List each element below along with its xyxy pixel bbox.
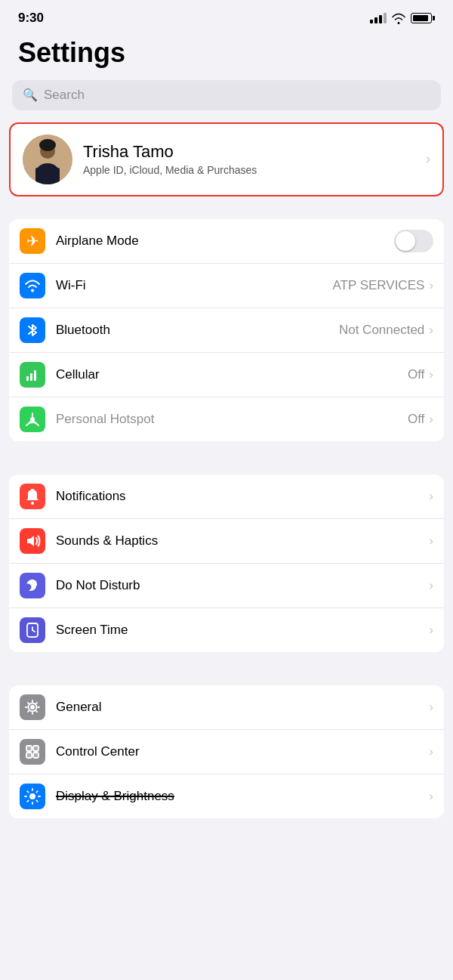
airplane-mode-row[interactable]: ✈ Airplane Mode — [9, 219, 444, 264]
svg-rect-17 — [26, 753, 32, 758]
system-group: General › Control Center › — [9, 685, 444, 818]
profile-name: Trisha Tamo — [83, 142, 415, 162]
notifications-chevron-icon: › — [429, 489, 433, 504]
cellular-label: Cellular — [56, 367, 408, 382]
profile-chevron-icon: › — [426, 151, 430, 167]
display-icon — [20, 784, 45, 809]
sounds-label: Sounds & Haptics — [56, 533, 429, 549]
notifications-icon — [20, 484, 45, 509]
svg-point-4 — [39, 139, 56, 151]
bluetooth-icon — [20, 317, 45, 343]
controlcenter-row[interactable]: Control Center › — [9, 730, 444, 774]
hotspot-icon — [20, 407, 45, 432]
donotdisturb-chevron-icon: › — [429, 578, 433, 593]
connectivity-group: ✈ Airplane Mode Wi-Fi ATP SERVICES › — [9, 219, 444, 441]
bluetooth-label: Bluetooth — [56, 323, 339, 338]
page-title: Settings — [18, 38, 435, 68]
cellular-icon — [20, 362, 45, 388]
screentime-row[interactable]: Screen Time › — [9, 608, 444, 652]
notifications-label: Notifications — [56, 489, 429, 504]
search-bar[interactable]: 🔍 Search — [12, 80, 441, 110]
airplane-mode-icon: ✈ — [20, 228, 45, 254]
bluetooth-value: Not Connected — [339, 323, 424, 338]
battery-icon — [411, 13, 435, 23]
wifi-label: Wi-Fi — [56, 278, 332, 293]
general-icon — [20, 694, 45, 720]
svg-rect-8 — [34, 370, 36, 381]
hotspot-chevron-icon: › — [429, 412, 433, 427]
bluetooth-row[interactable]: Bluetooth Not Connected › — [9, 308, 444, 353]
wifi-chevron-icon: › — [429, 278, 433, 293]
connectivity-section: ✈ Airplane Mode Wi-Fi ATP SERVICES › — [0, 219, 453, 441]
svg-point-5 — [31, 289, 34, 292]
notifications-group: Notifications › Sounds & Haptics › D — [9, 475, 444, 652]
donotdisturb-row[interactable]: Do Not Disturb › — [9, 564, 444, 608]
wifi-row-icon — [20, 273, 45, 298]
general-label: General — [56, 700, 429, 715]
sounds-icon — [20, 528, 45, 554]
general-row[interactable]: General › — [9, 685, 444, 730]
status-bar: 9:30 — [0, 0, 453, 32]
display-chevron-icon: › — [429, 789, 433, 804]
display-label: Display & Brightness — [56, 789, 429, 804]
svg-rect-16 — [33, 746, 39, 751]
svg-rect-3 — [35, 168, 60, 184]
controlcenter-chevron-icon: › — [429, 744, 433, 759]
sounds-chevron-icon: › — [429, 533, 433, 549]
svg-rect-11 — [31, 489, 34, 490]
wifi-value: ATP SERVICES — [332, 278, 424, 293]
hotspot-label: Personal Hotspot — [56, 412, 408, 427]
notifications-row[interactable]: Notifications › — [9, 475, 444, 519]
screentime-label: Screen Time — [56, 623, 429, 638]
profile-subtitle: Apple ID, iCloud, Media & Purchases — [83, 164, 415, 176]
cellular-chevron-icon: › — [429, 367, 433, 382]
bluetooth-chevron-icon: › — [429, 323, 433, 338]
wifi-row[interactable]: Wi-Fi ATP SERVICES › — [9, 264, 444, 308]
svg-rect-18 — [33, 753, 39, 758]
search-container[interactable]: 🔍 Search — [0, 77, 453, 122]
wifi-status-icon — [391, 13, 406, 24]
page-header: Settings — [0, 32, 453, 77]
general-chevron-icon: › — [429, 700, 433, 715]
search-icon: 🔍 — [23, 88, 38, 102]
airplane-mode-label: Airplane Mode — [56, 233, 394, 249]
notifications-section: Notifications › Sounds & Haptics › D — [0, 475, 453, 652]
airplane-mode-toggle[interactable] — [394, 230, 433, 252]
screentime-icon — [20, 617, 45, 643]
controlcenter-label: Control Center — [56, 744, 429, 759]
hotspot-row[interactable]: Personal Hotspot Off › — [9, 397, 444, 441]
svg-rect-7 — [30, 373, 32, 381]
display-row[interactable]: Display & Brightness › — [9, 774, 444, 818]
screentime-chevron-icon: › — [429, 623, 433, 638]
system-section: General › Control Center › — [0, 685, 453, 818]
svg-point-19 — [29, 793, 35, 799]
status-time: 9:30 — [18, 11, 44, 26]
donotdisturb-label: Do Not Disturb — [56, 578, 429, 593]
avatar — [23, 134, 72, 184]
svg-point-13 — [30, 705, 35, 709]
profile-card[interactable]: Trisha Tamo Apple ID, iCloud, Media & Pu… — [9, 122, 444, 196]
sounds-row[interactable]: Sounds & Haptics › — [9, 519, 444, 564]
svg-rect-15 — [26, 746, 32, 751]
controlcenter-icon — [20, 739, 45, 765]
search-input[interactable]: Search — [44, 88, 85, 103]
svg-point-10 — [31, 502, 34, 505]
cellular-row[interactable]: Cellular Off › — [9, 353, 444, 397]
status-icons — [370, 13, 435, 24]
svg-rect-6 — [26, 376, 29, 381]
donotdisturb-icon — [20, 573, 45, 598]
profile-info: Trisha Tamo Apple ID, iCloud, Media & Pu… — [83, 142, 415, 176]
cellular-value: Off — [408, 367, 424, 382]
signal-bars-icon — [370, 13, 387, 23]
hotspot-value: Off — [408, 412, 424, 427]
